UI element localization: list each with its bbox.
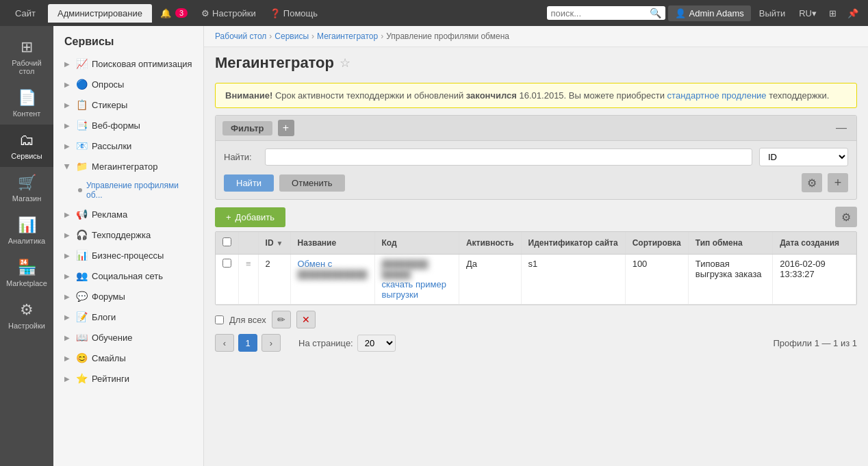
logout-button[interactable]: Выйти [754,5,791,21]
sidebar-item-smileys[interactable]: ▶ 😊 Смайлы [53,348,203,368]
filter-collapse-button[interactable]: — [833,122,850,134]
filter-panel: Фильтр + — Найти: ID Название Код Найти [215,115,857,200]
arrow-icon: ▶ [64,122,70,129]
arrow-icon: ▶ [64,252,70,259]
dashboard-icon: ⊞ [21,38,33,56]
sidebar-item-analytics[interactable]: 📊 Аналитика [0,209,53,252]
analytics-icon: 📊 [18,216,36,234]
add-record-button[interactable]: + Добавить [215,207,285,227]
favorite-star-icon[interactable]: ☆ [340,55,350,70]
sidebar-item-services[interactable]: 🗂 Сервисы [0,125,53,167]
breadcrumb-item-1[interactable]: Сервисы [275,31,309,41]
per-page-label: На странице: [298,338,353,348]
td-code: ████████ █████ скачать пример выгрузки [374,255,459,305]
sidebar-item-megaintegrator[interactable]: ▶ 📁 Мегаинтегратор [53,156,203,177]
th-exchange-type: Тип обмена [688,232,772,255]
sidebar-item-content[interactable]: 📄 Контент [0,82,53,125]
sidebar-item-shop[interactable]: 🛒 Магазин [0,167,53,209]
sidebar-item-socialnet[interactable]: ▶ 👥 Социальная сеть [53,266,203,286]
user-button[interactable]: 👤 Admin Adams [668,5,751,21]
per-page-select[interactable]: 10 20 50 100 [357,335,396,352]
sidebar-item-forums[interactable]: ▶ 💬 Форумы [53,286,203,307]
drag-handle-icon[interactable]: ≡ [246,259,251,269]
cancel-filter-button[interactable]: Отменить [279,174,344,192]
sidebar-item-manage-profiles[interactable]: Управление профилями об... [53,177,203,204]
select-all-checkbox[interactable] [222,237,231,246]
tab-admin[interactable]: Администрирование [48,4,152,23]
filter-add-field-button[interactable]: + [828,173,848,192]
search-input[interactable] [551,8,647,18]
content-area: Рабочий стол › Сервисы › Мегаинтегратор … [204,26,868,466]
socialnet-icon: 👥 [75,270,88,282]
find-field-select[interactable]: ID Название Код [759,148,848,166]
sidebar-item-surveys[interactable]: ▶ 🔵 Опросы [53,74,203,94]
download-example-link[interactable]: скачать пример выгрузки [382,279,446,300]
arrow-icon: ▶ [64,354,70,362]
arrow-icon: ▶ [64,293,70,300]
grid-icon[interactable]: ⊞ [825,5,841,21]
surveys-icon: 🔵 [75,78,88,90]
next-page-button[interactable]: › [261,334,281,352]
th-id[interactable]: ID ▼ [258,232,290,255]
settings-btn[interactable]: ⚙ Настройки [196,5,261,21]
ratings-icon: ⭐ [75,372,88,385]
add-label: Добавить [235,212,275,222]
tab-site[interactable]: Сайт [5,4,45,23]
notification-count: 3 [175,8,188,18]
breadcrumb-item-0[interactable]: Рабочий стол [215,31,266,41]
sidebar-item-techsupport[interactable]: ▶ 🎧 Техподдержка [53,224,203,245]
arrow-icon: ▶ [64,272,70,280]
breadcrumb-item-2[interactable]: Мегаинтегратор [317,31,378,41]
th-site-id: Идентификатор сайта [521,232,625,255]
sidebar-item-advert[interactable]: ▶ 📢 Реклама [53,204,203,224]
arrow-icon: ▶ [64,101,70,109]
pin-icon[interactable]: 📌 [843,5,863,21]
arrow-icon: ▶ [64,231,70,239]
language-button[interactable]: RU▾ [793,5,822,21]
find-button[interactable]: Найти [224,174,274,192]
filter-gear-button[interactable]: ⚙ [802,173,822,192]
help-btn[interactable]: ❓ Помощь [264,5,323,21]
sidebar-item-ratings[interactable]: ▶ ⭐ Рейтинги [53,368,203,389]
arrow-icon: ▶ [64,164,71,169]
sidebar-item-settings[interactable]: ⚙ Настройки [0,294,53,337]
th-checkbox [216,232,239,255]
find-input[interactable] [265,148,752,166]
sidebar-item-label: Аналитика [8,237,45,245]
arrow-icon: ▶ [64,334,70,341]
filter-header: Фильтр + — [216,116,856,141]
breadcrumb: Рабочий стол › Сервисы › Мегаинтегратор … [204,26,868,47]
smileys-icon: 😊 [75,352,88,364]
table-gear-button[interactable]: ⚙ [835,207,857,227]
td-checkbox [216,255,239,305]
sidebar-item-seo[interactable]: ▶ 📈 Поисковая оптимизация [53,53,203,74]
breadcrumb-sep: › [269,31,272,41]
notifications-btn[interactable]: 🔔 3 [155,5,193,21]
sidebar-item-dashboard[interactable]: ⊞ Рабочий стол [0,31,53,82]
arrow-icon: ▶ [64,313,70,321]
shop-icon: 🛒 [18,174,36,192]
code-blurred: ████████ [382,259,429,269]
edit-row-button[interactable]: ✏ [272,311,291,328]
sidebar-item-bizproc[interactable]: ▶ 📊 Бизнес-процессы [53,245,203,266]
row-checkbox[interactable] [222,259,231,268]
page-1-button[interactable]: 1 [238,334,257,352]
breadcrumb-item-3: Управление профилями обмена [386,31,509,41]
search-icon: 🔍 [650,8,661,18]
sidebar-item-webforms[interactable]: ▶ 📑 Веб-формы [53,115,203,135]
services-icon: 🗂 [19,131,34,149]
delete-row-button[interactable]: ✕ [296,311,316,328]
sidebar-item-blogs[interactable]: ▶ 📝 Блоги [53,307,203,327]
forums-icon: 💬 [75,290,88,302]
filter-add-button[interactable]: + [278,120,294,136]
sidebar-item-marketplace[interactable]: 🏪 Marketplace [0,252,53,294]
record-name-link[interactable]: Обмен с [298,259,333,269]
sidebar-item-mailings[interactable]: ▶ 📧 Рассылки [53,135,203,156]
page-title: Мегаинтегратор [215,54,334,72]
sidebar-item-stickers[interactable]: ▶ 📋 Стикеры [53,94,203,115]
sidebar-item-learning[interactable]: ▶ 📖 Обучение [53,327,203,348]
for-all-checkbox[interactable] [215,315,224,324]
alert-link[interactable]: стандартное продление [667,90,767,101]
sidebar-item-label: Сервисы [11,152,42,160]
prev-page-button[interactable]: ‹ [215,334,234,352]
